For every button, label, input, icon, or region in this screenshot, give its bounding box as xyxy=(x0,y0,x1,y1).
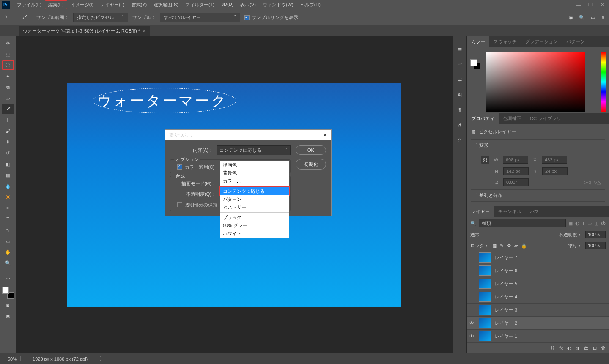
reset-button[interactable]: 初期化 xyxy=(296,159,326,170)
close-tab-icon[interactable]: ✕ xyxy=(143,29,146,33)
menu-ウィンドウ(W)[interactable]: ウィンドウ(W) xyxy=(259,0,297,9)
filter-toggle-icon[interactable]: ⏻ xyxy=(601,221,606,226)
document-tab[interactable]: ウォーターマーク 写真.gif @ 50% (レイヤー 2, RGB/8) *✕ xyxy=(19,26,150,36)
content-dropdown-list[interactable]: 描画色背景色カラー...コンテンツに応じるパターンヒストリーブラック50% グレ… xyxy=(220,161,289,238)
glyphs-icon[interactable]: A xyxy=(455,121,464,129)
transform-section[interactable]: 変形 xyxy=(471,139,605,151)
home-icon[interactable]: ⌂ xyxy=(4,14,12,22)
visibility-icon[interactable]: 👁 xyxy=(469,320,475,326)
mask-icon[interactable]: ◐ xyxy=(567,345,571,351)
dropdown-option[interactable]: コンテンツに応じる xyxy=(219,186,290,196)
tab-グラデーション[interactable]: グラデーション xyxy=(521,36,562,47)
layer-row[interactable]: レイヤー 7 xyxy=(467,251,609,264)
layer-row[interactable]: 👁レイヤー 2 xyxy=(467,317,609,330)
dropdown-option[interactable]: パターン xyxy=(220,195,289,203)
width-field[interactable]: 698 px xyxy=(503,156,528,164)
crop-tool[interactable]: ⧉ xyxy=(2,82,14,92)
y-field[interactable]: 24 px xyxy=(542,167,568,175)
new-layer-icon[interactable]: ⊞ xyxy=(593,345,597,351)
filter-type-icon[interactable]: T xyxy=(582,221,585,226)
dropdown-option[interactable]: 描画色 xyxy=(220,161,289,169)
menu-書式(Y)[interactable]: 書式(Y) xyxy=(128,0,151,9)
color-spectrum[interactable] xyxy=(486,52,585,112)
tab-CC ライブラリ[interactable]: CC ライブラリ xyxy=(526,113,565,124)
menu-ファイル(F)[interactable]: ファイル(F) xyxy=(14,0,45,9)
marquee-tool[interactable]: ⬚ xyxy=(2,49,14,59)
opacity-field[interactable]: 100% xyxy=(585,231,606,238)
move-tool[interactable]: ✥ xyxy=(2,38,14,48)
tab-色調補正[interactable]: 色調補正 xyxy=(499,113,526,124)
visibility-icon[interactable]: 👁 xyxy=(469,334,475,339)
edit-toolbar[interactable]: ⋯ xyxy=(2,274,14,284)
layer-row[interactable]: レイヤー 4 xyxy=(467,290,609,304)
adjustment-icon[interactable]: ◑ xyxy=(576,345,580,351)
panel-swatch[interactable] xyxy=(470,59,480,69)
layer-row[interactable]: レイヤー 3 xyxy=(467,304,609,317)
lock-pixels-icon[interactable]: ▩ xyxy=(492,243,497,249)
blend-mode-dropdown[interactable]: 通常 xyxy=(470,232,555,238)
filter-smart-icon[interactable]: ◫ xyxy=(594,221,598,226)
dialog-close-icon[interactable]: ✕ xyxy=(323,132,327,138)
menu-表示(V)[interactable]: 表示(V) xyxy=(237,0,259,9)
tab-レイヤー[interactable]: レイヤー xyxy=(467,206,494,217)
dropdown-option[interactable]: 50% グレー xyxy=(220,222,289,230)
eyedropper-tool[interactable] xyxy=(2,104,14,114)
wand-tool[interactable]: ✦ xyxy=(2,71,14,81)
minimize-button[interactable]: — xyxy=(573,1,584,9)
angle-field[interactable]: 0.00° xyxy=(503,178,529,186)
height-field[interactable]: 142 px xyxy=(503,167,529,175)
menu-イメージ(I)[interactable]: イメージ(I) xyxy=(67,0,97,9)
blur-tool[interactable]: 💧 xyxy=(2,181,14,191)
lock-move-icon[interactable]: ✥ xyxy=(507,243,511,249)
layer-row[interactable]: 👁レイヤー 1 xyxy=(467,330,609,343)
zoom-level[interactable]: 50% xyxy=(4,356,21,361)
layer-filter-input[interactable] xyxy=(479,219,566,227)
dropdown-option[interactable]: ヒストリー xyxy=(220,203,289,211)
tab-プロパティ[interactable]: プロパティ xyxy=(467,113,499,124)
show-ring-checkbox[interactable]: サンプルリングを表示 xyxy=(244,14,298,21)
lock-all-icon[interactable]: 🔒 xyxy=(521,243,527,249)
share-icon[interactable]: ⇪ xyxy=(601,15,605,20)
character-icon[interactable]: A| xyxy=(455,90,464,99)
brush-tool[interactable]: 🖌 xyxy=(2,126,14,136)
canvas-area[interactable]: ウォーターマーク 塗りつぶし ✕ 内容(A)： コンテンツに応じる˅ オプション xyxy=(16,36,453,353)
shape-tool[interactable]: ▭ xyxy=(2,236,14,246)
brush-settings-icon[interactable]: ⇄ xyxy=(455,75,464,84)
lasso-tool[interactable]: 〇 xyxy=(2,60,14,70)
history-brush-tool[interactable]: ↺ xyxy=(2,148,14,158)
link-icon[interactable]: ⛓ xyxy=(481,156,489,164)
link-layers-icon[interactable]: ⛓ xyxy=(550,345,555,351)
zoom-tool[interactable]: 🔍 xyxy=(2,258,14,268)
filter-image-icon[interactable]: ▦ xyxy=(568,221,573,226)
dropdown-option[interactable]: カラー... xyxy=(220,177,289,185)
menu-3D(D)[interactable]: 3D(D) xyxy=(218,0,237,9)
quickmask-tool[interactable]: ◙ xyxy=(2,300,14,310)
close-button[interactable]: ✕ xyxy=(597,1,607,9)
menu-ヘルプ(H)[interactable]: ヘルプ(H) xyxy=(297,0,324,9)
workspace-icon[interactable]: ▭ xyxy=(591,15,595,20)
filter-adjust-icon[interactable]: ◐ xyxy=(575,221,579,226)
path-tool[interactable]: ↖ xyxy=(2,225,14,235)
hand-tool[interactable]: ✋ xyxy=(2,247,14,257)
color-swatch[interactable] xyxy=(2,287,14,299)
lock-brush-icon[interactable]: ✎ xyxy=(500,243,504,249)
hue-bar[interactable] xyxy=(601,52,606,112)
menu-レイヤー(L)[interactable]: レイヤー(L) xyxy=(97,0,128,9)
maximize-button[interactable]: ❐ xyxy=(585,1,595,9)
align-section[interactable]: 整列と分布 xyxy=(471,189,605,202)
group-icon[interactable]: 🗀 xyxy=(584,345,589,351)
type-tool[interactable]: T xyxy=(2,214,14,224)
content-dropdown[interactable]: コンテンツに応じる˅ xyxy=(217,145,291,155)
dialog-titlebar[interactable]: 塗りつぶし ✕ xyxy=(165,130,331,140)
search-icon[interactable]: 🔍 xyxy=(579,15,585,20)
stamp-tool[interactable]: ⚱ xyxy=(2,137,14,147)
lock-artboard-icon[interactable]: ▱ xyxy=(514,243,518,249)
dropdown-option[interactable]: ブラック xyxy=(220,213,289,222)
sample-range-dropdown[interactable]: 指定したピクセル˅ xyxy=(73,13,128,22)
flip-v-icon[interactable]: ▽△ xyxy=(594,180,601,185)
menu-編集(E)[interactable]: 編集(E) xyxy=(45,0,67,9)
tab-カラー[interactable]: カラー xyxy=(467,36,489,47)
tab-パス[interactable]: パス xyxy=(526,206,543,217)
cloud-user-icon[interactable]: ◉ xyxy=(569,15,573,20)
filter-shape-icon[interactable]: ▭ xyxy=(587,221,592,226)
